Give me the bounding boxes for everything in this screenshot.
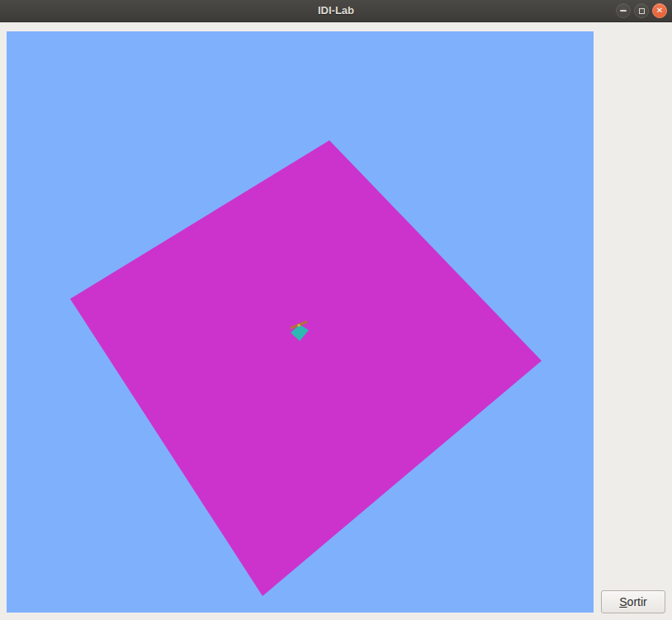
window-content: Sortir (0, 22, 672, 620)
sortir-button-label: ortir (627, 595, 647, 608)
titlebar: IDI-Lab ✕ (0, 0, 672, 22)
sortir-button[interactable]: Sortir (601, 590, 665, 613)
gl-viewport[interactable] (7, 31, 594, 613)
maximize-button[interactable] (634, 3, 649, 18)
app-window: IDI-Lab ✕ Sortir (0, 0, 672, 620)
maximize-icon (639, 8, 645, 14)
sortir-button-mnemonic: S (619, 595, 627, 608)
minimize-button[interactable] (616, 3, 631, 18)
close-icon: ✕ (656, 7, 663, 15)
minimize-icon (620, 10, 627, 12)
window-controls: ✕ (616, 2, 667, 19)
mini-model-dot (297, 324, 300, 326)
window-title: IDI-Lab (0, 0, 672, 22)
close-button[interactable]: ✕ (652, 3, 667, 18)
